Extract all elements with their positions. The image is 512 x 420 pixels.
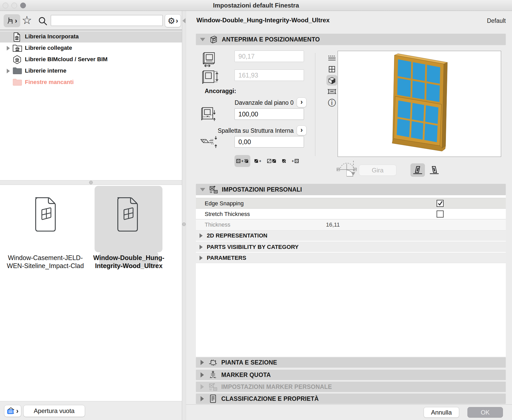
library-search-input[interactable] — [51, 15, 163, 26]
list-badge-icon — [7, 409, 13, 414]
favorites-star-icon[interactable]: ☆ — [22, 13, 32, 27]
sill-anchor-label: Davanzale dal piano 0 — [212, 99, 294, 106]
height-input — [234, 69, 304, 81]
open-empty-button[interactable]: Apertura vuota — [23, 405, 85, 417]
preview-mode-elevation-button[interactable] — [326, 53, 337, 63]
tree-item-label: Librerie collegate — [25, 45, 72, 51]
edge-snapping-checkbox[interactable] — [437, 200, 444, 207]
titlebar: Impostazioni default Finestra — [0, 0, 512, 11]
subsection-2d-representation[interactable]: 2D REPRESENTATION — [196, 230, 506, 241]
section-dimension-marker[interactable]: MARKER QUOTA — [196, 370, 506, 380]
classification-document-icon — [208, 394, 218, 403]
reveal-popup-button[interactable]: › — [297, 125, 307, 135]
section-title: ANTEPRIMA E POSIZIONAMENTO — [222, 36, 320, 43]
tree-item-label: Librerie interne — [25, 67, 66, 74]
tree-item-label: Finestre mancanti — [25, 79, 74, 86]
section-preview-positioning[interactable]: ANTEPRIMA E POSIZIONAMENTO — [196, 34, 506, 45]
object-type-button[interactable]: › — [4, 14, 20, 27]
search-icon[interactable] — [38, 16, 48, 26]
tree-item-internal-libraries[interactable]: Librerie interne — [0, 65, 182, 77]
preview-3d-viewport[interactable] — [338, 51, 501, 157]
preview-mode-3d-button[interactable] — [326, 75, 337, 86]
dimension-marker-icon — [208, 370, 218, 380]
anchor-option-2-button[interactable]: + — [252, 155, 263, 167]
section-custom-marker-settings: IMPOSTAZIONI MARKER PERSONALE — [196, 382, 506, 392]
tree-item-label: Librerie BIMcloud / Server BIM — [25, 56, 108, 63]
setting-label: Edge Snapping — [205, 200, 244, 207]
library-file-browser: Window-Casement-JELD- WEN-Siteline_Impac… — [0, 185, 182, 401]
mirror-right-button[interactable] — [427, 163, 442, 177]
reveal-depth-input[interactable] — [234, 136, 304, 148]
window-width-icon — [202, 51, 218, 67]
anchor-option-1-button[interactable]: + — [234, 155, 250, 167]
section-plan-section[interactable]: PIANTA E SEZIONE — [196, 357, 506, 368]
setting-label: Stretch Thickness — [205, 211, 250, 218]
chevron-right-icon: › — [15, 18, 17, 23]
bimcloud-library-icon — [12, 55, 22, 64]
section-title: IMPOSTAZIONI MARKER PERSONALE — [221, 383, 332, 390]
preview-mode-section-button[interactable] — [326, 86, 337, 97]
divider — [315, 53, 315, 156]
tree-item-missing-windows[interactable]: Finestre mancanti — [0, 77, 182, 88]
gear-icon: ⚙ — [168, 17, 175, 25]
tree-item-embedded-library[interactable]: Libreria Incorporata — [0, 31, 182, 43]
horizontal-splitter[interactable] — [0, 180, 182, 185]
disclosure-arrow-icon[interactable] — [7, 46, 10, 51]
sill-anchor-popup-button[interactable]: › — [297, 97, 307, 107]
collapse-panel-icon[interactable] — [182, 18, 186, 23]
tree-item-bimcloud-libraries[interactable]: Librerie BIMcloud / Server BIM — [0, 54, 182, 65]
embedded-library-icon — [12, 32, 22, 41]
anchor-option-3-button[interactable] — [265, 155, 278, 167]
anchor-point-buttons: + + + — [234, 155, 301, 167]
tree-item-label: Libreria Incorporata — [25, 33, 79, 40]
ok-button[interactable]: OK — [467, 407, 503, 418]
sill-height-input[interactable] — [234, 108, 304, 120]
window-title: Impostazioni default Finestra — [0, 2, 512, 9]
settings-panel: Window-Double_Hung-Integrity-Wood_Ultrex… — [186, 11, 512, 420]
plan-section-icon — [208, 358, 218, 367]
expand-arrow-icon — [201, 384, 204, 389]
collapse-arrow-icon — [200, 38, 205, 41]
folder-icon — [12, 66, 22, 76]
stretch-thickness-checkbox[interactable] — [437, 211, 444, 218]
chevron-right-icon: › — [16, 408, 18, 414]
anchor-option-5-button[interactable]: + — [290, 155, 301, 167]
divider — [186, 404, 512, 405]
anchor-option-4-button[interactable] — [280, 155, 288, 167]
library-popup-button[interactable]: › — [4, 405, 21, 417]
expand-arrow-icon — [201, 360, 204, 365]
library-toolbar: › ☆ ⚙ › — [0, 11, 182, 30]
expand-arrow-icon — [201, 372, 204, 377]
preview-info-button[interactable]: ⓘ — [326, 97, 337, 108]
splitter-handle[interactable] — [89, 181, 93, 184]
window-file-icon — [113, 196, 143, 233]
thickness-value: 16,11 — [326, 221, 340, 228]
custom-settings-icon — [209, 185, 218, 194]
section-classification-properties[interactable]: CLASSIFICAZIONE E PROPRIETÀ — [196, 394, 506, 404]
section-custom-settings[interactable]: IMPOSTAZIONI PERSONALI — [196, 184, 506, 195]
vertical-splitter[interactable] — [182, 11, 186, 420]
library-tree: Libreria Incorporata Librerie collegate … — [0, 30, 182, 180]
subsection-parameters[interactable]: PARAMETERS — [196, 253, 506, 263]
missing-folder-icon — [12, 78, 22, 87]
double-hung-window-3d — [338, 51, 501, 156]
setting-label: Thickness — [205, 221, 230, 228]
subsection-parts-visibility[interactable]: PARTS VISIBILITY BY CATEGORY — [196, 242, 506, 252]
reveal-depth-icon — [200, 135, 220, 150]
linked-library-folder-icon — [12, 44, 22, 53]
cancel-button[interactable]: Annulla — [424, 407, 459, 418]
library-list-icon — [7, 407, 16, 415]
mirror-left-button[interactable] — [410, 163, 425, 177]
tree-item-linked-libraries[interactable]: Librerie collegate — [0, 43, 182, 54]
splitter-handle[interactable] — [182, 222, 186, 226]
library-panel: › ☆ ⚙ › Libreria Incorporata — [0, 11, 182, 420]
section-title: CLASSIFICAZIONE E PROPRIETÀ — [221, 395, 319, 402]
anchors-label: Ancoraggi: — [205, 88, 236, 95]
library-settings-button[interactable]: ⚙ › — [165, 14, 181, 27]
collapse-arrow-icon — [200, 188, 205, 191]
preview-mode-front-button[interactable] — [326, 64, 337, 74]
chevron-right-icon: › — [176, 18, 178, 23]
expand-arrow-icon — [201, 396, 204, 401]
setting-row-stretch-thickness: Stretch Thickness — [196, 208, 506, 219]
disclosure-arrow-icon[interactable] — [7, 69, 10, 73]
